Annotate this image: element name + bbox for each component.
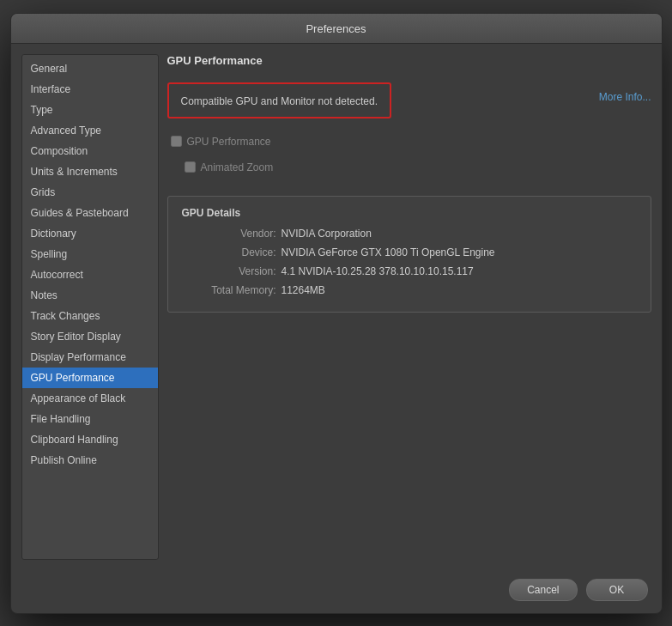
sidebar-item-notes[interactable]: Notes xyxy=(22,285,158,306)
gpu-performance-checkbox-row: GPU Performance xyxy=(167,136,651,148)
sidebar-item-guides-pasteboard[interactable]: Guides & Pasteboard xyxy=(22,203,158,223)
sidebar-item-story-editor-display[interactable]: Story Editor Display xyxy=(22,326,158,347)
animated-zoom-checkbox[interactable] xyxy=(185,161,196,173)
sidebar-item-spelling[interactable]: Spelling xyxy=(22,244,158,264)
warning-container: Compatible GPU and Monitor not detected.… xyxy=(167,82,651,127)
sidebar-item-grids[interactable]: Grids xyxy=(22,182,158,203)
vendor-row: Vendor: NVIDIA Corporation xyxy=(182,226,637,241)
warning-row: Compatible GPU and Monitor not detected.… xyxy=(167,82,651,127)
gpu-details-title: GPU Details xyxy=(182,207,637,219)
sidebar-item-file-handling[interactable]: File Handling xyxy=(22,409,158,429)
device-value: NVIDIA GeForce GTX 1080 Ti OpenGL Engine xyxy=(282,245,495,260)
sidebar-item-units-increments[interactable]: Units & Increments xyxy=(22,161,158,182)
sidebar-item-track-changes[interactable]: Track Changes xyxy=(22,306,158,326)
device-row: Device: NVIDIA GeForce GTX 1080 Ti OpenG… xyxy=(182,245,637,260)
gpu-performance-checkbox[interactable] xyxy=(171,136,182,147)
animated-zoom-checkbox-row: Animated Zoom xyxy=(167,161,651,173)
memory-label: Total Memory: xyxy=(182,283,276,298)
section-title: GPU Performance xyxy=(167,54,651,67)
sidebar-item-publish-online[interactable]: Publish Online xyxy=(22,450,158,471)
gpu-performance-label: GPU Performance xyxy=(187,136,271,148)
cancel-button[interactable]: Cancel xyxy=(509,579,577,601)
memory-row: Total Memory: 11264MB xyxy=(182,283,637,298)
sidebar-item-composition[interactable]: Composition xyxy=(22,141,158,161)
sidebar-item-gpu-performance[interactable]: GPU Performance xyxy=(22,368,158,388)
sidebar-item-dictionary[interactable]: Dictionary xyxy=(22,223,158,244)
device-label: Device: xyxy=(182,245,276,260)
version-row: Version: 4.1 NVIDIA-10.25.28 378.10.10.1… xyxy=(182,264,637,279)
more-info-link[interactable]: More Info... xyxy=(599,91,651,103)
sidebar-item-type[interactable]: Type xyxy=(22,100,158,120)
sidebar-item-interface[interactable]: Interface xyxy=(22,79,158,100)
sidebar-item-appearance-of-black[interactable]: Appearance of Black xyxy=(22,388,158,409)
sidebar-item-display-performance[interactable]: Display Performance xyxy=(22,347,158,368)
sidebar: GeneralInterfaceTypeAdvanced TypeComposi… xyxy=(21,54,159,560)
vendor-value: NVIDIA Corporation xyxy=(282,226,372,241)
version-label: Version: xyxy=(182,264,276,279)
memory-value: 11264MB xyxy=(282,283,325,298)
sidebar-item-autocorrect[interactable]: Autocorrect xyxy=(22,264,158,285)
preferences-dialog: Preferences GeneralInterfaceTypeAdvanced… xyxy=(10,13,663,614)
sidebar-item-general[interactable]: General xyxy=(22,58,158,79)
main-content: GPU Performance Compatible GPU and Monit… xyxy=(167,54,651,560)
warning-box: Compatible GPU and Monitor not detected. xyxy=(167,82,391,119)
dialog-footer: Cancel OK xyxy=(11,570,662,613)
dialog-body: GeneralInterfaceTypeAdvanced TypeComposi… xyxy=(11,44,662,570)
sidebar-item-clipboard-handling[interactable]: Clipboard Handling xyxy=(22,429,158,450)
warning-text: Compatible GPU and Monitor not detected. xyxy=(181,95,378,107)
animated-zoom-label: Animated Zoom xyxy=(201,161,274,173)
ok-button[interactable]: OK xyxy=(586,579,648,601)
title-bar: Preferences xyxy=(11,14,662,44)
version-value: 4.1 NVIDIA-10.25.28 378.10.10.10.15.117 xyxy=(282,264,474,279)
dialog-title: Preferences xyxy=(306,22,366,35)
sidebar-item-advanced-type[interactable]: Advanced Type xyxy=(22,120,158,141)
gpu-details-box: GPU Details Vendor: NVIDIA Corporation D… xyxy=(167,196,651,313)
vendor-label: Vendor: xyxy=(182,226,276,241)
